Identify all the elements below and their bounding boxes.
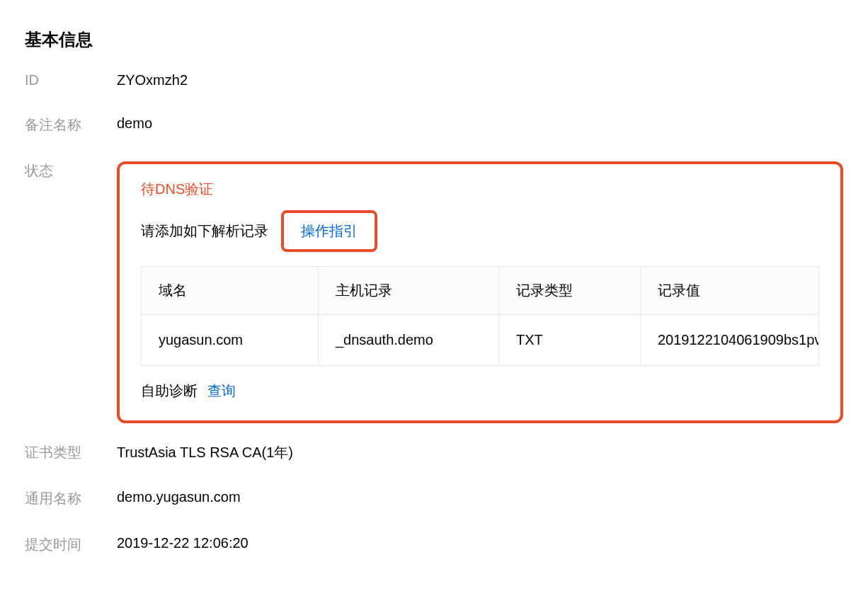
- th-host: 主机记录: [319, 267, 499, 315]
- info-row-status: 状态 待DNS验证 请添加如下解析记录 操作指引 域名 主机记录 记录类型 记录…: [25, 161, 843, 423]
- dns-table-header-row: 域名 主机记录 记录类型 记录值: [142, 267, 819, 315]
- td-host: _dnsauth.demo: [319, 315, 499, 366]
- section-title: 基本信息: [25, 28, 843, 51]
- value-cert-type: TrustAsia TLS RSA CA(1年): [117, 443, 843, 462]
- dns-table: 域名 主机记录 记录类型 记录值 yugasun.com _dnsauth.de…: [141, 266, 819, 366]
- info-list: ID ZYOxmzh2 备注名称 demo 状态 待DNS验证 请添加如下解析记…: [25, 72, 843, 581]
- th-value: 记录值: [641, 267, 819, 315]
- th-domain: 域名: [142, 267, 319, 315]
- instruction-text: 请添加如下解析记录: [141, 222, 268, 241]
- value-common-name: demo.yugasun.com: [117, 489, 843, 505]
- value-note-name: demo: [117, 115, 843, 132]
- guide-highlight-box: 操作指引: [281, 210, 377, 252]
- instruction-line: 请添加如下解析记录 操作指引: [141, 210, 819, 252]
- info-row-note-name: 备注名称 demo: [25, 115, 843, 134]
- diagnose-label: 自助诊断: [141, 381, 198, 401]
- label-id: ID: [25, 72, 117, 88]
- label-status: 状态: [25, 161, 117, 180]
- label-submit-time: 提交时间: [25, 535, 117, 554]
- value-submit-time: 2019-12-22 12:06:20: [117, 535, 843, 551]
- value-id: ZYOxmzh2: [117, 72, 843, 88]
- diagnose-line: 自助诊断 查询: [141, 381, 819, 401]
- label-common-name: 通用名称: [25, 489, 117, 508]
- info-row-cert-type: 证书类型 TrustAsia TLS RSA CA(1年): [25, 443, 843, 462]
- info-row-submit-time: 提交时间 2019-12-22 12:06:20: [25, 535, 843, 554]
- td-domain: yugasun.com: [142, 315, 319, 366]
- status-text: 待DNS验证: [141, 180, 819, 199]
- td-type: TXT: [499, 315, 641, 366]
- status-box: 待DNS验证 请添加如下解析记录 操作指引 域名 主机记录 记录类型 记录值: [117, 161, 843, 423]
- query-link[interactable]: 查询: [207, 381, 236, 401]
- guide-link[interactable]: 操作指引: [301, 223, 358, 239]
- info-row-id: ID ZYOxmzh2: [25, 72, 843, 88]
- th-type: 记录类型: [499, 267, 641, 315]
- td-value: 2019122104061909bs1pvbdap: [641, 315, 819, 366]
- label-note-name: 备注名称: [25, 115, 117, 134]
- info-row-common-name: 通用名称 demo.yugasun.com: [25, 489, 843, 508]
- dns-table-row: yugasun.com _dnsauth.demo TXT 2019122104…: [142, 315, 819, 366]
- label-cert-type: 证书类型: [25, 443, 117, 462]
